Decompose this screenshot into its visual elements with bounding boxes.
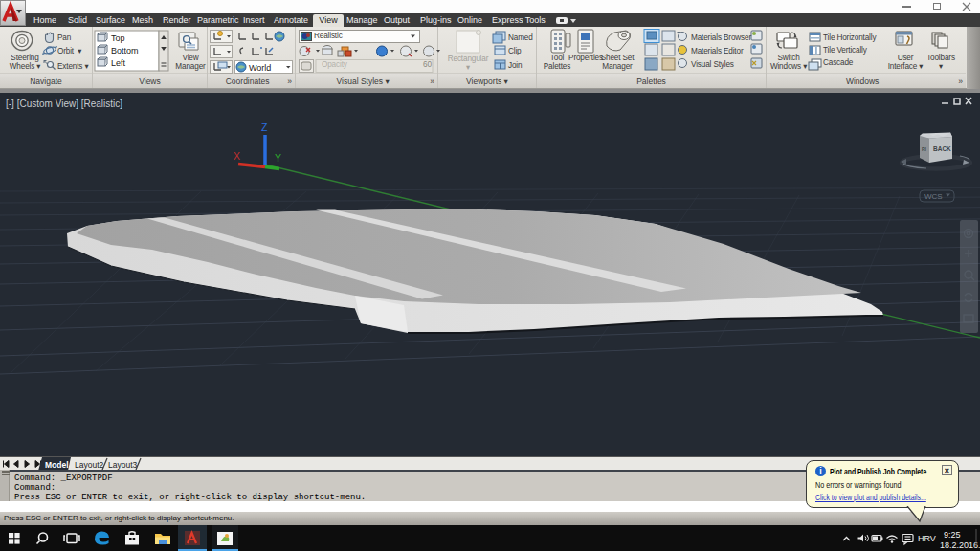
svg-text:9:25: 9:25 (944, 530, 961, 540)
svg-text:HRV: HRV (918, 534, 936, 543)
svg-text:Layout2: Layout2 (75, 460, 104, 470)
svg-text:Z: Z (261, 121, 268, 133)
svg-text:WCS: WCS (924, 192, 943, 201)
svg-text:Top: Top (111, 33, 125, 43)
svg-text:BACK: BACK (933, 145, 951, 152)
svg-text:Model: Model (45, 460, 69, 470)
svg-text:Bottom: Bottom (111, 46, 139, 55)
svg-text:World: World (249, 63, 271, 73)
svg-text:Layout3: Layout3 (108, 460, 138, 470)
svg-text:X: X (234, 150, 240, 162)
svg-text:RI: RI (922, 146, 927, 152)
svg-text:Y: Y (275, 152, 281, 164)
svg-text:18.2.2016.: 18.2.2016. (940, 540, 980, 550)
svg-text:Left: Left (111, 58, 126, 68)
